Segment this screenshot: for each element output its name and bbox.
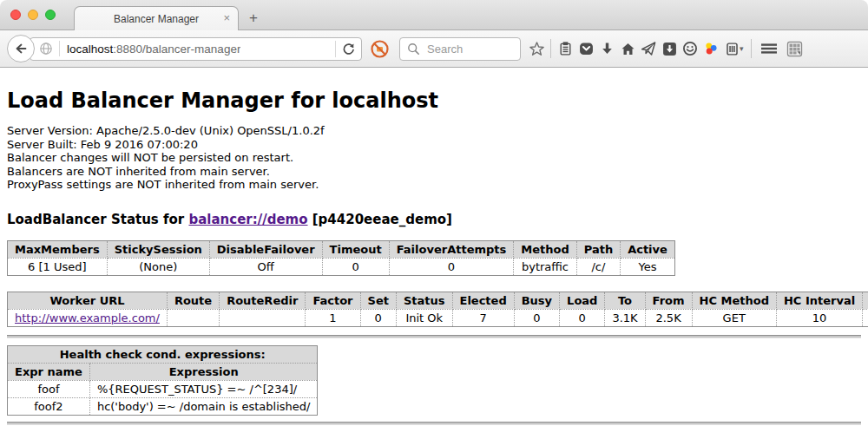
download-helper-button[interactable] — [659, 36, 680, 61]
column-header: Expression — [89, 363, 318, 380]
content-blocked-icon — [370, 39, 390, 59]
table-title-row: Health check cond. expressions: — [8, 345, 318, 363]
loadbalancer-status-heading: LoadBalancer Status for balancer://demo … — [7, 212, 861, 227]
balancer-summary-table: MaxMembers StickySession DisableFailover… — [7, 240, 675, 276]
flashblock-button[interactable] — [370, 39, 390, 59]
column-header: HC Interval — [776, 292, 862, 309]
factor-cell: 1 — [306, 309, 360, 326]
status-heading-suffix: [p4420eeae_demo] — [308, 212, 452, 227]
toolbar-separator — [550, 39, 551, 58]
send-tab-button[interactable] — [638, 36, 659, 61]
new-tab-button[interactable]: + — [240, 7, 266, 29]
reload-button[interactable] — [341, 42, 356, 56]
tab-strip: Balancer Manager × + — [0, 0, 868, 30]
column-header: StickySession — [107, 240, 209, 258]
active-cell: Yes — [621, 258, 675, 275]
url-bar[interactable]: localhost:8880/balancer-manager — [30, 37, 362, 61]
path-cell: /c/ — [576, 258, 620, 275]
table-row: foof %{REQUEST_STATUS} =~ /^[234]/ — [8, 380, 318, 397]
column-header: Factor — [306, 292, 360, 309]
url-text[interactable]: localhost:8880/balancer-manager — [67, 43, 240, 56]
column-header: HC Method — [692, 292, 776, 309]
table-header-row: Worker URL Route RouteRedir Factor Set S… — [8, 292, 868, 309]
server-built-line: Server Built: Feb 9 2016 07:00:20 — [7, 138, 861, 152]
tiles-extension-button[interactable] — [785, 36, 806, 61]
status-heading-prefix: LoadBalancer Status for — [7, 212, 188, 227]
status-cell: Init Ok — [396, 309, 452, 326]
downloads-button[interactable] — [596, 36, 617, 61]
menu-hamburger-button[interactable] — [759, 36, 779, 61]
column-header: Timeout — [322, 240, 389, 258]
expression-cell: hc('body') =~ /domain is established/ — [89, 397, 318, 415]
column-header: Set — [360, 292, 396, 309]
worker-url-cell: http://www.example.com/ — [8, 309, 168, 326]
urlbar-divider — [335, 41, 336, 57]
column-header: Passes — [863, 292, 868, 309]
server-version-line: Server Version: Apache/2.5.0-dev (Unix) … — [7, 124, 861, 138]
clipboard-button[interactable] — [555, 36, 575, 61]
pocket-button[interactable] — [575, 36, 596, 61]
column-header: DisableFailover — [209, 240, 322, 258]
traffic-lights — [10, 10, 56, 20]
column-header: FailoverAttempts — [389, 240, 514, 258]
table-header-row: Expr name Expression — [8, 363, 318, 380]
chat-smiley-button[interactable] — [680, 36, 700, 61]
minimize-window-button[interactable] — [28, 10, 38, 20]
column-header: To — [605, 292, 645, 309]
table-row: foof2 hc('body') =~ /domain is establish… — [8, 397, 318, 415]
tab-close-icon[interactable]: × — [223, 12, 230, 23]
globe-icon — [39, 41, 60, 56]
table-row: http://www.example.com/ 1 0 Init Ok 7 0 … — [8, 309, 868, 326]
table-row: 6 [1 Used] (None) Off 0 0 bytraffic /c/ … — [8, 258, 675, 275]
disablefailover-cell: Off — [209, 258, 322, 275]
elected-cell: 7 — [452, 309, 514, 326]
stickysession-cell: (None) — [107, 258, 209, 275]
expr-name-cell: foof — [8, 380, 90, 397]
column-header: Busy — [514, 292, 559, 309]
close-window-button[interactable] — [10, 10, 21, 20]
page-bottom-divider — [7, 422, 861, 425]
hc-interval-cell: 10 — [776, 309, 862, 326]
navigation-toolbar: localhost:8880/balancer-manager — [0, 30, 868, 68]
maxmembers-cell: 6 [1 Used] — [8, 258, 108, 275]
page-content: Load Balancer Manager for localhost Serv… — [0, 88, 868, 425]
busy-cell: 0 — [514, 309, 559, 326]
column-header: MaxMembers — [8, 240, 108, 258]
from-cell: 2.5K — [645, 309, 692, 326]
column-header: Active — [621, 240, 675, 258]
worker-table: Worker URL Route RouteRedir Factor Set S… — [7, 292, 868, 327]
expr-name-cell: foof2 — [8, 397, 90, 415]
table-header-row: MaxMembers StickySession DisableFailover… — [8, 240, 675, 258]
zoom-window-button[interactable] — [45, 10, 56, 20]
hc-method-cell: GET — [692, 309, 776, 326]
route-cell — [167, 309, 219, 326]
chevron-down-icon[interactable]: ▾ — [740, 44, 744, 53]
search-input[interactable] — [425, 42, 515, 56]
colored-dots-extension-button[interactable] — [700, 36, 721, 61]
routeredir-cell — [220, 309, 306, 326]
search-bar[interactable] — [399, 37, 521, 61]
method-cell: bytraffic — [514, 258, 576, 275]
proxypass-notice-line: ProxyPass settings are NOT inherited fro… — [7, 178, 861, 192]
column-header: Elected — [452, 292, 514, 309]
persist-notice-line: Balancer changes will NOT be persisted o… — [7, 151, 861, 165]
load-cell: 0 — [560, 309, 605, 326]
to-cell: 3.1K — [605, 309, 645, 326]
column-header: Route — [167, 292, 219, 309]
column-header: Worker URL — [8, 292, 168, 309]
column-header: Method — [514, 240, 576, 258]
tab-balancer-manager[interactable]: Balancer Manager × — [74, 6, 239, 30]
url-path: :8880/balancer-manager — [113, 43, 240, 56]
column-header: Status — [396, 292, 452, 309]
bookmark-star-button[interactable] — [526, 36, 547, 61]
column-header: Path — [576, 240, 620, 258]
health-check-table-title: Health check cond. expressions: — [8, 345, 318, 363]
search-icon — [407, 43, 420, 56]
column-header: From — [645, 292, 692, 309]
back-button[interactable] — [7, 35, 35, 62]
browser-window: Balancer Manager × + localhost:8880/bala… — [0, 0, 868, 426]
toolbar-separator — [751, 39, 752, 58]
worker-url-link[interactable]: http://www.example.com/ — [15, 311, 160, 324]
home-button[interactable] — [617, 36, 638, 61]
balancer-demo-link[interactable]: balancer://demo — [188, 212, 307, 227]
